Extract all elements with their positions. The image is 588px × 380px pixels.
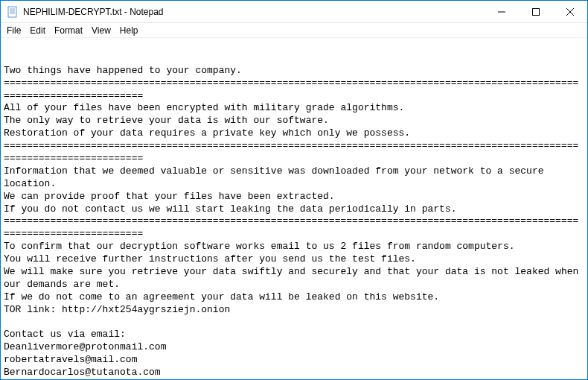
text-content[interactable]: Two things have happened to your company… [4, 65, 584, 379]
menu-format[interactable]: Format [50, 24, 87, 37]
titlebar: NEPHILIM-DECRYPT.txt - Notepad [1, 1, 587, 23]
minimize-button[interactable] [485, 1, 519, 22]
svg-rect-6 [533, 8, 540, 15]
maximize-button[interactable] [519, 1, 553, 22]
menu-help[interactable]: Help [115, 24, 143, 37]
editor-area[interactable]: Two things have happened to your company… [1, 38, 587, 379]
close-button[interactable] [553, 1, 587, 22]
menu-edit[interactable]: Edit [25, 24, 50, 37]
menubar: File Edit Format View Help [1, 23, 587, 38]
window-title: NEPHILIM-DECRYPT.txt - Notepad [23, 7, 485, 17]
window-controls [485, 1, 587, 22]
menu-file[interactable]: File [2, 24, 25, 37]
menu-view[interactable]: View [87, 24, 115, 37]
notepad-icon [7, 6, 19, 18]
